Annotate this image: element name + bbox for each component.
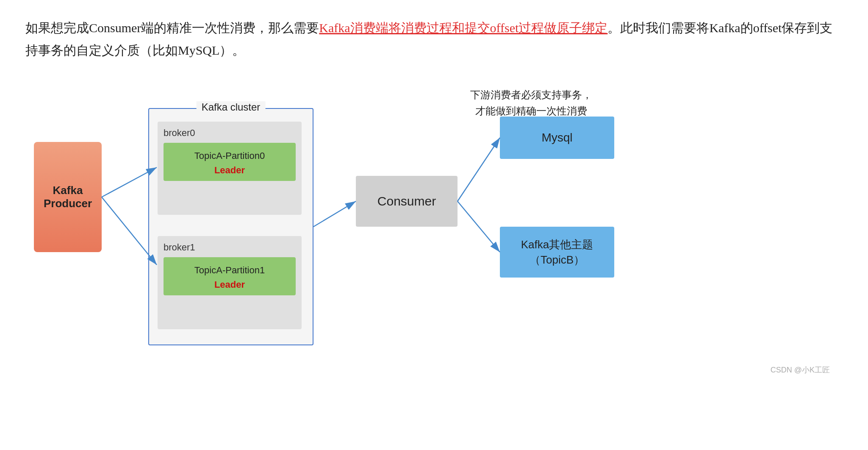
kafka-topic-box: Kafka其他主题 （TopicB） (500, 227, 614, 278)
partition0-leader: Leader (168, 165, 291, 176)
arrow-cluster-to-consumer (313, 201, 356, 227)
kafka-cluster-title: Kafka cluster (197, 101, 266, 113)
intro-text-red: Kafka消费端将消费过程和提交offset过程做原子绑定 (319, 21, 607, 35)
kafka-topic-line2: （TopicB） (530, 253, 585, 266)
broker1-label: broker1 (164, 242, 296, 253)
broker0-box: broker0 TopicA-Partition0 Leader (158, 122, 302, 215)
broker0-label: broker0 (164, 128, 296, 139)
kafka-topic-line1: Kafka其他主题 (521, 238, 593, 251)
note-line2: 才能做到精确一次性消费 (475, 106, 587, 117)
partition1-box: TopicA-Partition1 Leader (164, 257, 296, 295)
consumer-label: Consumer (377, 194, 436, 208)
kafka-producer-label: KafkaProducer (44, 184, 92, 210)
intro-paragraph: 如果想完成Consumer端的精准一次性消费，那么需要Kafka消费端将消费过程… (25, 17, 843, 61)
partition1-leader: Leader (168, 279, 291, 290)
partition0-box: TopicA-Partition0 Leader (164, 143, 296, 181)
kafka-cluster-box: Kafka cluster broker0 TopicA-Partition0 … (148, 108, 313, 345)
watermark: CSDN @小K工匠 (771, 365, 830, 375)
intro-text-part1: 如果想完成Consumer端的精准一次性消费，那么需要 (25, 21, 319, 35)
diagram-area: 下游消费者必须支持事务， 才能做到精确一次性消费 KafkaProducer K… (25, 83, 843, 379)
note-line1: 下游消费者必须支持事务， (470, 89, 592, 100)
arrow-consumer-to-kafka-topic (458, 201, 500, 252)
partition0-name: TopicA-Partition0 (168, 150, 291, 161)
consumer-box: Consumer (356, 176, 458, 227)
arrow-consumer-to-mysql (458, 138, 500, 201)
partition1-name: TopicA-Partition1 (168, 265, 291, 276)
broker1-box: broker1 TopicA-Partition1 Leader (158, 236, 302, 329)
kafka-producer-box: KafkaProducer (34, 142, 102, 252)
kafka-topic-label: Kafka其他主题 （TopicB） (521, 237, 593, 268)
note-text: 下游消费者必须支持事务， 才能做到精确一次性消费 (470, 87, 592, 119)
mysql-label: Mysql (541, 131, 572, 144)
mysql-box: Mysql (500, 117, 614, 159)
